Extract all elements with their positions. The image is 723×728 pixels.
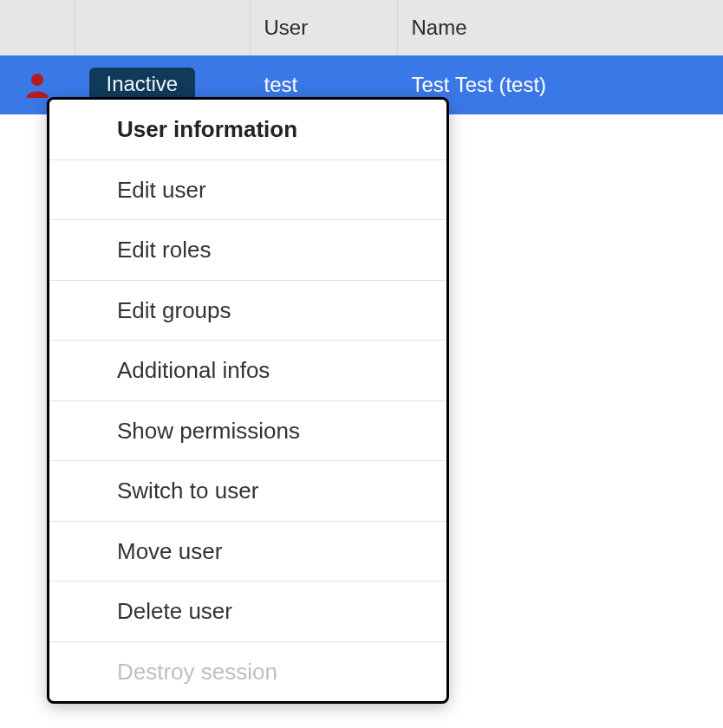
menu-destroy-session: Destroy session [49,642,446,702]
menu-show-permissions[interactable]: Show permissions [49,401,446,462]
header-name[interactable]: Name [397,0,723,55]
menu-move-user[interactable]: Move user [49,522,446,582]
menu-edit-groups[interactable]: Edit groups [49,281,446,341]
user-icon [25,72,49,98]
menu-edit-user[interactable]: Edit user [49,160,446,221]
menu-delete-user[interactable]: Delete user [49,582,446,642]
menu-switch-to-user[interactable]: Switch to user [49,461,446,522]
header-icon[interactable] [0,0,75,55]
header-status[interactable] [75,0,250,55]
menu-user-information: User information [49,100,446,160]
table-header-row: User Name [0,0,723,55]
menu-edit-roles[interactable]: Edit roles [49,220,446,281]
svg-point-0 [31,74,43,86]
menu-additional-infos[interactable]: Additional infos [49,341,446,401]
context-menu: User information Edit user Edit roles Ed… [47,97,449,704]
header-user[interactable]: User [250,0,397,55]
